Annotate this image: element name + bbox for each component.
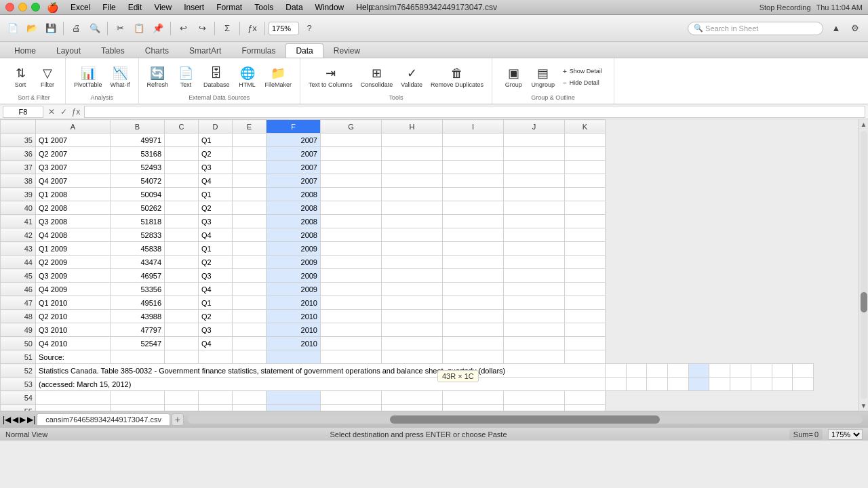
cell-g44[interactable] bbox=[321, 256, 382, 269]
cell-j47[interactable] bbox=[504, 296, 565, 310]
menu-excel[interactable]: Excel bbox=[65, 1, 96, 14]
cell-e54[interactable] bbox=[233, 391, 267, 405]
cell-f53[interactable] bbox=[688, 378, 709, 391]
cell-i49[interactable] bbox=[443, 323, 504, 337]
cell-c41[interactable] bbox=[165, 215, 199, 228]
scroll-up-arrow[interactable]: ▲ bbox=[859, 119, 868, 129]
horizontal-scrollbar[interactable] bbox=[188, 415, 863, 424]
cell-i35[interactable] bbox=[443, 134, 504, 147]
function-button[interactable]: ƒx bbox=[243, 20, 261, 37]
cell-a36[interactable]: Q2 2007 bbox=[36, 147, 111, 161]
cell-d40[interactable]: Q2 bbox=[199, 201, 233, 215]
hide-detail-button[interactable]: − Hide Detail bbox=[560, 78, 605, 88]
cell-k47[interactable] bbox=[565, 296, 606, 310]
cell-j54[interactable] bbox=[504, 391, 565, 405]
cell-h35[interactable] bbox=[382, 134, 443, 147]
cell-i46[interactable] bbox=[443, 283, 504, 296]
cell-a35[interactable]: Q1 2007 bbox=[36, 134, 111, 147]
cell-h47[interactable] bbox=[382, 296, 443, 310]
zoom-box[interactable]: 175% bbox=[269, 22, 299, 35]
cell-k55[interactable] bbox=[565, 405, 606, 411]
cell-i53[interactable] bbox=[751, 378, 772, 391]
cell-g50[interactable] bbox=[321, 337, 382, 350]
cell-i52[interactable] bbox=[751, 364, 772, 378]
cell-b37[interactable]: 52493 bbox=[111, 161, 165, 174]
cell-d41[interactable]: Q3 bbox=[199, 215, 233, 228]
cell-k41[interactable] bbox=[565, 215, 606, 228]
cell-i44[interactable] bbox=[443, 256, 504, 269]
zoom-help[interactable]: ? bbox=[300, 20, 318, 37]
cell-f50[interactable]: 2010 bbox=[267, 337, 321, 350]
row-number[interactable]: 53 bbox=[1, 378, 36, 391]
cell-h39[interactable] bbox=[382, 188, 443, 201]
cell-e39[interactable] bbox=[233, 188, 267, 201]
cell-h49[interactable] bbox=[382, 323, 443, 337]
cell-g52[interactable] bbox=[709, 364, 730, 378]
row-number[interactable]: 42 bbox=[1, 228, 36, 242]
cell-h44[interactable] bbox=[382, 256, 443, 269]
cell-d55[interactable] bbox=[199, 405, 233, 411]
cancel-formula-icon[interactable]: ✕ bbox=[46, 107, 57, 117]
confirm-formula-icon[interactable]: ✓ bbox=[58, 107, 69, 117]
cell-h51[interactable] bbox=[382, 350, 443, 364]
cell-d49[interactable]: Q3 bbox=[199, 323, 233, 337]
tab-smartart[interactable]: SmartArt bbox=[179, 43, 231, 58]
cell-c52[interactable] bbox=[626, 364, 647, 378]
cell-g42[interactable] bbox=[321, 228, 382, 242]
cell-b41[interactable]: 51818 bbox=[111, 215, 165, 228]
cell-e37[interactable] bbox=[233, 161, 267, 174]
row-number[interactable]: 52 bbox=[1, 364, 36, 378]
text-button[interactable]: 📄 Text bbox=[174, 64, 198, 89]
col-header-B[interactable]: B bbox=[111, 120, 165, 134]
cell-a55[interactable] bbox=[36, 405, 111, 411]
menu-tools[interactable]: Tools bbox=[249, 1, 279, 14]
close-button[interactable] bbox=[5, 3, 14, 12]
tab-nav-arrows[interactable]: |◀ ◀ ▶ ▶| bbox=[3, 415, 35, 424]
col-header-F[interactable]: F bbox=[267, 120, 321, 134]
cell-i41[interactable] bbox=[443, 215, 504, 228]
cell-j49[interactable] bbox=[504, 323, 565, 337]
cell-h54[interactable] bbox=[382, 391, 443, 405]
cell-d44[interactable]: Q2 bbox=[199, 256, 233, 269]
cell-j46[interactable] bbox=[504, 283, 565, 296]
apple-icon[interactable]: 🍎 bbox=[47, 2, 58, 13]
col-header-A[interactable]: A bbox=[36, 120, 111, 134]
cell-e44[interactable] bbox=[233, 256, 267, 269]
last-sheet-arrow[interactable]: ▶| bbox=[27, 415, 35, 424]
row-number[interactable]: 39 bbox=[1, 188, 36, 201]
cell-h40[interactable] bbox=[382, 201, 443, 215]
tab-data[interactable]: Data bbox=[285, 43, 323, 58]
cell-h45[interactable] bbox=[382, 269, 443, 283]
cell-b35[interactable]: 49971 bbox=[111, 134, 165, 147]
cell-e50[interactable] bbox=[233, 337, 267, 350]
cell-e42[interactable] bbox=[233, 228, 267, 242]
consolidate-button[interactable]: ⊞ Consolidate bbox=[358, 64, 396, 89]
menu-view[interactable]: View bbox=[149, 1, 177, 14]
tab-review[interactable]: Review bbox=[323, 43, 370, 58]
cell-e51[interactable] bbox=[233, 350, 267, 364]
window-controls[interactable] bbox=[5, 3, 40, 12]
tab-layout[interactable]: Layout bbox=[46, 43, 91, 58]
cell-a51[interactable]: Source: bbox=[36, 350, 111, 364]
sheet-tab-0[interactable]: cansim764658934244917​3047.csv bbox=[37, 413, 170, 425]
minimize-button[interactable] bbox=[18, 3, 27, 12]
cell-k49[interactable] bbox=[565, 323, 606, 337]
cell-j53[interactable] bbox=[772, 378, 793, 391]
cell-c43[interactable] bbox=[165, 242, 199, 256]
next-sheet-arrow[interactable]: ▶ bbox=[20, 415, 26, 424]
cell-c44[interactable] bbox=[165, 256, 199, 269]
cell-j55[interactable] bbox=[504, 405, 565, 411]
cell-h37[interactable] bbox=[382, 161, 443, 174]
col-header-E[interactable]: E bbox=[233, 120, 267, 134]
cell-a54[interactable] bbox=[36, 391, 111, 405]
cell-h43[interactable] bbox=[382, 242, 443, 256]
add-sheet-button[interactable]: + bbox=[172, 413, 184, 426]
cell-c47[interactable] bbox=[165, 296, 199, 310]
cell-a39[interactable]: Q1 2008 bbox=[36, 188, 111, 201]
cell-a48[interactable]: Q2 2010 bbox=[36, 310, 111, 323]
cell-a50[interactable]: Q4 2010 bbox=[36, 337, 111, 350]
cell-j44[interactable] bbox=[504, 256, 565, 269]
tab-formulas[interactable]: Formulas bbox=[231, 43, 285, 58]
col-header-H[interactable]: H bbox=[382, 120, 443, 134]
cell-g46[interactable] bbox=[321, 283, 382, 296]
